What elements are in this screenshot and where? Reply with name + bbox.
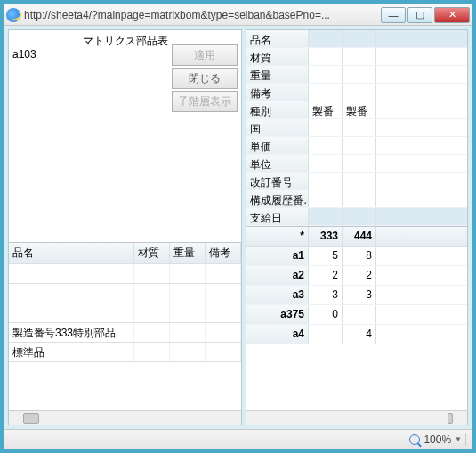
left-grid-header: 品名 材質 重量 備考	[9, 243, 241, 264]
attr-row[interactable]: 重量	[246, 66, 467, 84]
left-grid: 品名 材質 重量 備考 製造番号333特別部品標準品	[9, 242, 241, 410]
right-h-scroll[interactable]	[246, 410, 467, 425]
window: http://sheeta4/?mainpage=matrixbom&type=…	[4, 4, 472, 449]
attr-row[interactable]: 単価	[246, 137, 467, 155]
col-star[interactable]: *	[246, 227, 309, 246]
table-row[interactable]: 標準品	[9, 343, 241, 362]
attr-row[interactable]: 支給日	[246, 208, 467, 226]
apply-button[interactable]: 適用	[172, 44, 238, 66]
col-remarks[interactable]: 備考	[206, 243, 241, 263]
attr-row[interactable]: 備考	[246, 84, 467, 101]
maximize-button[interactable]: ▢	[407, 7, 432, 23]
ie-icon	[6, 8, 20, 22]
data-row[interactable]: a158	[246, 247, 467, 266]
data-row[interactable]: a333	[246, 286, 467, 305]
right-pane: 品名材質重量備考種別製番製番国単価単位改訂番号構成履歴番…支給日 * 333 4…	[246, 29, 468, 425]
attr-row[interactable]: 材質	[246, 48, 467, 66]
data-row[interactable]: a222	[246, 266, 467, 286]
attr-row[interactable]: 品名	[246, 30, 467, 48]
attr-row[interactable]: 単位	[246, 155, 467, 173]
table-row[interactable]: 製造番号333特別部品	[9, 323, 241, 343]
address-text: http://sheeta4/?mainpage=matrixbom&type=…	[24, 9, 381, 21]
close-panel-button[interactable]: 閉じる	[172, 68, 238, 89]
col-name[interactable]: 品名	[9, 243, 134, 263]
attr-row[interactable]: 国	[246, 119, 467, 137]
table-row[interactable]	[9, 264, 241, 284]
attr-row[interactable]: 改訂番号	[246, 173, 467, 190]
attr-row[interactable]: 種別製番製番	[246, 101, 467, 119]
zoom-level: 100%	[424, 433, 451, 446]
col-333[interactable]: 333	[309, 227, 343, 246]
col-material[interactable]: 材質	[134, 243, 170, 263]
table-row[interactable]	[9, 284, 241, 303]
left-h-scroll[interactable]	[9, 410, 241, 425]
right-data-header: * 333 444	[246, 227, 467, 247]
attr-row[interactable]: 構成履歴番…	[246, 190, 467, 208]
col-444[interactable]: 444	[343, 227, 376, 246]
titlebar: http://sheeta4/?mainpage=matrixbom&type=…	[4, 4, 472, 26]
table-row[interactable]	[9, 303, 241, 323]
zoom-icon[interactable]	[409, 434, 420, 445]
left-pane: マトリクス部品表 a103 適用 閉じる 子階層表示 品名 材質 重量 備考 製…	[8, 29, 242, 425]
data-row[interactable]: a3750	[246, 305, 467, 325]
close-button[interactable]: ✕	[434, 7, 470, 23]
data-row[interactable]: a44	[246, 325, 467, 344]
col-weight[interactable]: 重量	[170, 243, 206, 263]
item-code: a103	[12, 48, 36, 61]
zoom-dropdown-icon[interactable]: ▼	[455, 435, 462, 443]
statusbar: 100% ▼	[4, 429, 472, 449]
child-level-button[interactable]: 子階層表示	[172, 91, 238, 112]
minimize-button[interactable]: —	[381, 7, 406, 23]
